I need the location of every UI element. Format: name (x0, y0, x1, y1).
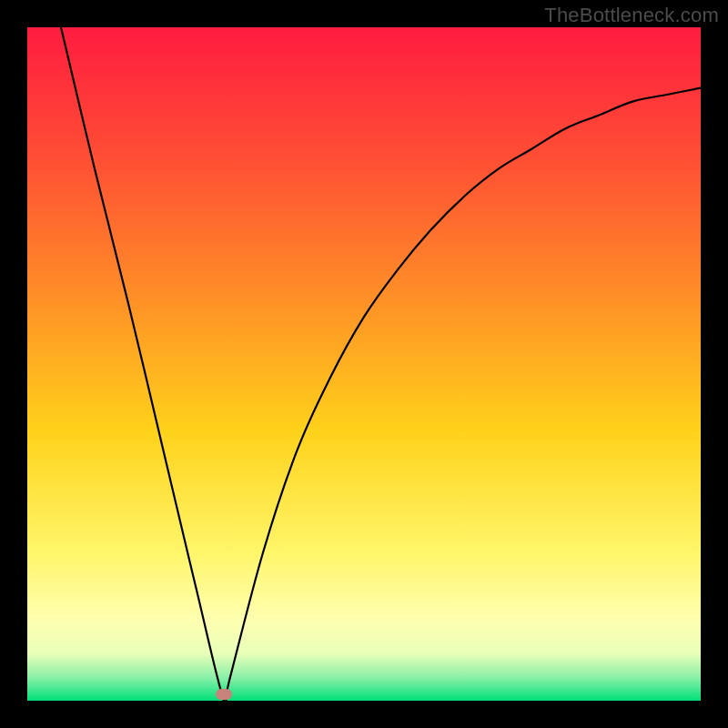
plot-area (27, 27, 701, 701)
chart-frame: TheBottleneck.com (0, 0, 728, 728)
watermark-text: TheBottleneck.com (544, 4, 719, 27)
curve-layer (27, 27, 701, 701)
min-point-marker (216, 689, 232, 700)
bottleneck-curve (61, 27, 701, 701)
